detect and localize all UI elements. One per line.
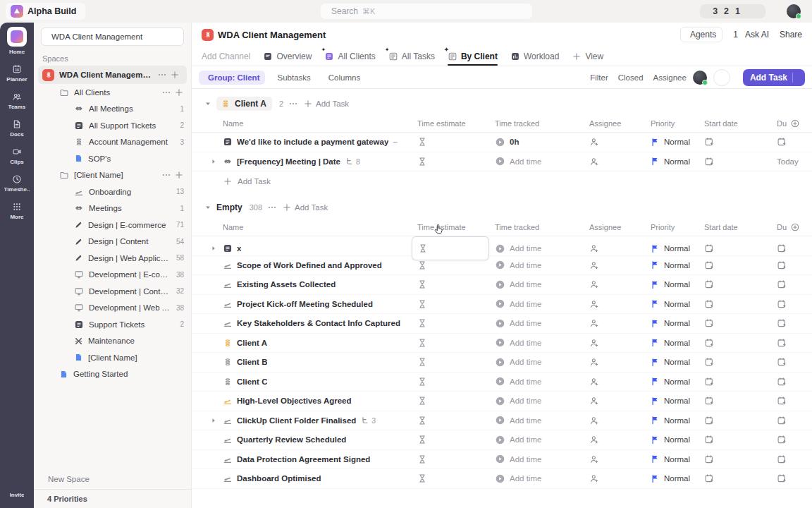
group-by-button[interactable]: Group: Client [199,71,265,85]
task-row-client-a[interactable]: Client AAdd timeNormal [192,334,812,353]
priority-cell[interactable]: Normal [645,157,699,166]
due-date-cell[interactable] [771,243,812,253]
task-name-cell[interactable]: We'd like to include a payment gateway– [223,137,412,147]
chevron-down-icon[interactable] [204,100,211,107]
sidebar-item-development-content[interactable]: Development | Content32 [34,283,191,300]
sidebar-item-development-web-a[interactable]: Development | Web A...38 [34,300,191,317]
time-estimate-cell[interactable] [412,260,489,270]
task-row-existing-assets-collected[interactable]: Existing Assets CollectedAdd timeNormal [192,275,812,295]
column-header-name[interactable]: Name [223,119,412,128]
add-icon[interactable] [174,87,184,97]
task-name-cell[interactable]: Client C [223,377,412,387]
sidebar-item-design-web-applica[interactable]: Design | Web Applica...58 [34,250,191,267]
due-date-cell[interactable] [771,416,812,425]
tab-all-tasks[interactable]: All Tasks [388,47,435,66]
time-tracked-cell[interactable]: Add time [489,435,584,445]
tab-workload[interactable]: Workload [510,47,559,66]
group-header-empty[interactable]: Empty308Add Task [192,197,812,218]
add-task-row[interactable]: Add Task [192,171,812,191]
new-space-button[interactable]: New Space [34,469,191,489]
priority-cell[interactable]: Normal [645,244,699,253]
start-date-cell[interactable] [699,357,771,367]
group-header-client-a[interactable]: Client A2Add Task [192,93,812,114]
priority-cell[interactable]: Normal [645,377,699,386]
sidebar-item-design-e-commerce[interactable]: Design | E-commerce71 [34,217,191,234]
assignee-cell[interactable] [584,157,645,167]
chevron-right-icon[interactable] [210,245,217,252]
task-row-quarterly-review-scheduled[interactable]: Quarterly Review ScheduledAdd timeNormal [192,430,812,450]
sidebar-item-all-clients[interactable]: All Clients [34,84,191,101]
due-date-cell[interactable] [771,260,812,270]
task-name-cell[interactable]: Client A [223,338,412,348]
sidebar-item-client-name[interactable]: [Client Name] [34,167,191,184]
time-tracked-cell[interactable]: Add time [489,156,584,167]
sidebar-item-getting-started[interactable]: Getting Started [34,366,191,383]
add-task-button[interactable]: Add Task [743,69,805,86]
start-date-cell[interactable] [699,260,771,270]
sidebar-item-all-meetings[interactable]: All Meetings1 [34,101,191,118]
start-date-cell[interactable] [699,299,771,309]
start-date-cell[interactable] [699,137,771,147]
tab-by-client[interactable]: By Client [448,47,498,66]
start-date-cell[interactable] [699,279,771,289]
task-row-key-stakeholders-contact-info-captured[interactable]: Key Stakeholders & Contact Info Captured… [192,314,812,334]
time-tracked-cell[interactable]: Add time [489,396,584,406]
time-estimate-cell[interactable] [412,396,489,406]
column-header-priority[interactable]: Priority [645,223,699,231]
columns-button[interactable]: Columns [319,71,366,85]
task-name-cell[interactable]: ClickUp Client Folder Finalised3 [223,416,412,425]
group-menu-icon[interactable] [288,99,298,109]
task-row-dashboard-optimised[interactable]: Dashboard OptimisedAdd timeNormal [192,469,812,489]
priority-cell[interactable]: Normal [645,338,699,347]
priority-cell[interactable]: Normal [645,397,699,406]
column-header-assignee[interactable]: Assignee [584,223,645,231]
share-button[interactable]: Share [780,30,802,40]
column-header-time-estimate[interactable]: Time estimate [412,223,489,231]
due-date-cell[interactable] [771,473,812,483]
time-estimate-cell[interactable] [412,318,489,328]
column-header-start-date[interactable]: Start date [699,223,771,231]
time-tracked-cell[interactable]: Add time [489,376,584,387]
task-row-we-d-like-to-include-a-payment-gateway[interactable]: We'd like to include a payment gateway–0… [192,133,812,152]
time-estimate-cell[interactable] [412,357,489,367]
priority-cell[interactable]: Normal [645,260,699,270]
chevron-down-icon[interactable] [204,204,211,211]
task-name-cell[interactable]: Existing Assets Collected [223,279,412,289]
task-name-cell[interactable]: Quarterly Review Scheduled [223,435,412,445]
task-name-cell[interactable]: Data Protection Agreement Signed [223,454,412,464]
filter-button[interactable]: Filter [586,73,608,82]
task-name-cell[interactable]: [Frequency] Meeting | Date8 [223,157,412,167]
time-estimate-cell[interactable] [412,299,489,309]
priority-cell[interactable]: Normal [645,454,699,464]
task-name-cell[interactable]: x [223,243,412,253]
task-row-clickup-client-folder-finalised[interactable]: ClickUp Client Folder Finalised3Add time… [192,411,812,431]
due-date-cell[interactable] [771,137,812,147]
column-header-start-date[interactable]: Start date [699,119,771,128]
search-tasks-button[interactable] [713,69,730,86]
tab-view[interactable]: View [572,47,603,66]
rail-item-teams[interactable]: Teams [4,92,30,110]
sidebar-item-all-support-tickets[interactable]: All Support Tickets2 [34,117,191,134]
due-date-cell[interactable]: Today [771,157,812,166]
priority-cell[interactable]: Normal [645,138,699,147]
task-name-cell[interactable]: Project Kick-off Meeting Scheduled [223,299,412,309]
row-expand[interactable] [204,245,223,252]
priority-cell[interactable]: Normal [645,358,699,367]
start-date-cell[interactable] [699,338,771,348]
priority-cell[interactable]: Normal [645,474,699,483]
task-row-data-protection-agreement-signed[interactable]: Data Protection Agreement SignedAdd time… [192,450,812,470]
row-expand[interactable] [204,158,223,165]
task-row-x[interactable]: xAdd timeNormal [192,236,812,256]
column-header-due[interactable]: Du [771,119,812,128]
time-estimate-cell[interactable] [412,137,489,147]
priority-cell[interactable]: Normal [645,299,699,308]
task-name-cell[interactable]: Client B [223,357,412,367]
rail-item-clips[interactable]: Clips [4,147,30,165]
assignee-filter-button[interactable]: Assignee [650,73,687,82]
group-add-task-button[interactable]: Add Task [303,99,349,109]
task-row-client-c[interactable]: Client CAdd timeNormal [192,373,812,392]
sidebar-item-client-name[interactable]: [Client Name] [34,349,191,366]
time-tracked-cell[interactable]: Add time [489,279,584,290]
time-estimate-cell[interactable] [412,435,489,445]
assignee-cell[interactable] [584,299,645,309]
